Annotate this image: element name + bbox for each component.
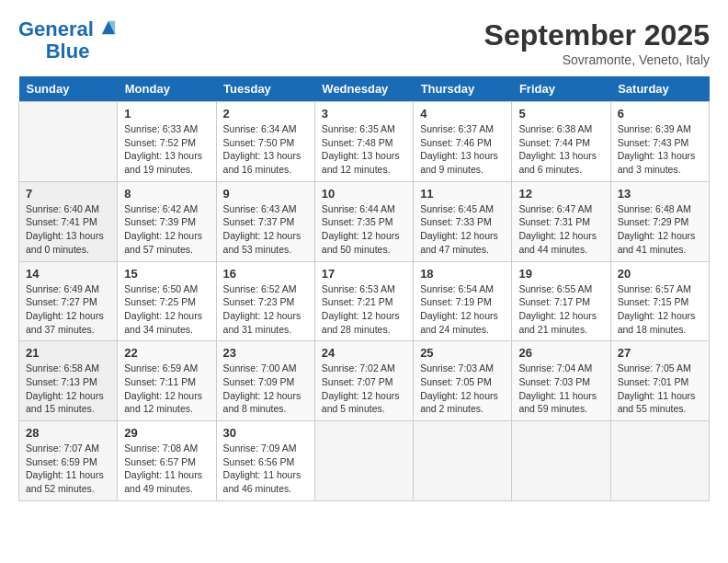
day-info: Sunrise: 6:58 AMSunset: 7:13 PMDaylight:… <box>26 362 110 416</box>
calendar-cell <box>414 421 512 501</box>
page-header: General Blue September 2025 Sovramonte, … <box>18 18 710 67</box>
day-number: 10 <box>322 187 406 201</box>
calendar-cell: 11Sunrise: 6:45 AMSunset: 7:33 PMDayligh… <box>414 181 512 261</box>
col-header-thursday: Thursday <box>414 76 512 102</box>
day-number: 25 <box>420 346 505 360</box>
day-info: Sunrise: 6:39 AMSunset: 7:43 PMDaylight:… <box>618 122 702 177</box>
day-info: Sunrise: 6:43 AMSunset: 7:37 PMDaylight:… <box>223 202 308 257</box>
day-number: 14 <box>26 267 110 281</box>
day-info: Sunrise: 6:45 AMSunset: 7:33 PMDaylight:… <box>420 202 505 257</box>
calendar-cell: 10Sunrise: 6:44 AMSunset: 7:35 PMDayligh… <box>314 181 413 261</box>
col-header-saturday: Saturday <box>610 76 709 102</box>
calendar-cell: 14Sunrise: 6:49 AMSunset: 7:27 PMDayligh… <box>19 261 118 341</box>
day-info: Sunrise: 6:48 AMSunset: 7:29 PMDaylight:… <box>618 202 702 257</box>
day-number: 15 <box>124 267 209 281</box>
calendar-week-row: 7Sunrise: 6:40 AMSunset: 7:41 PMDaylight… <box>19 181 710 261</box>
calendar-cell: 29Sunrise: 7:08 AMSunset: 6:57 PMDayligh… <box>118 421 216 501</box>
day-number: 8 <box>124 187 209 201</box>
day-info: Sunrise: 6:38 AMSunset: 7:44 PMDaylight:… <box>518 122 603 177</box>
calendar-cell: 4Sunrise: 6:37 AMSunset: 7:46 PMDaylight… <box>414 102 512 182</box>
calendar-cell: 3Sunrise: 6:35 AMSunset: 7:48 PMDaylight… <box>314 102 413 182</box>
day-info: Sunrise: 7:02 AMSunset: 7:07 PMDaylight:… <box>322 362 406 416</box>
day-number: 1 <box>124 107 209 121</box>
calendar-cell <box>512 421 610 501</box>
day-number: 16 <box>223 267 308 281</box>
calendar-cell: 7Sunrise: 6:40 AMSunset: 7:41 PMDaylight… <box>19 181 118 261</box>
day-info: Sunrise: 7:04 AMSunset: 7:03 PMDaylight:… <box>518 362 603 416</box>
calendar-cell: 26Sunrise: 7:04 AMSunset: 7:03 PMDayligh… <box>512 341 610 421</box>
day-number: 24 <box>322 346 406 360</box>
day-number: 6 <box>618 107 702 121</box>
day-info: Sunrise: 6:35 AMSunset: 7:48 PMDaylight:… <box>322 122 406 177</box>
day-number: 26 <box>518 346 603 360</box>
calendar-cell: 5Sunrise: 6:38 AMSunset: 7:44 PMDaylight… <box>512 102 610 182</box>
calendar-cell: 1Sunrise: 6:33 AMSunset: 7:52 PMDaylight… <box>118 102 216 182</box>
day-info: Sunrise: 6:34 AMSunset: 7:50 PMDaylight:… <box>223 122 308 177</box>
day-number: 17 <box>322 267 406 281</box>
day-info: Sunrise: 6:33 AMSunset: 7:52 PMDaylight:… <box>124 122 209 177</box>
col-header-sunday: Sunday <box>19 76 118 102</box>
day-info: Sunrise: 7:07 AMSunset: 6:59 PMDaylight:… <box>26 442 110 496</box>
calendar-cell: 6Sunrise: 6:39 AMSunset: 7:43 PMDaylight… <box>610 102 709 182</box>
day-number: 27 <box>618 346 702 360</box>
day-number: 29 <box>124 426 209 440</box>
day-number: 22 <box>124 346 209 360</box>
day-info: Sunrise: 7:05 AMSunset: 7:01 PMDaylight:… <box>618 362 702 416</box>
day-info: Sunrise: 6:42 AMSunset: 7:39 PMDaylight:… <box>124 202 209 257</box>
logo-blue: Blue <box>46 40 90 63</box>
logo: General Blue <box>18 18 117 63</box>
col-header-tuesday: Tuesday <box>216 76 314 102</box>
calendar-week-row: 28Sunrise: 7:07 AMSunset: 6:59 PMDayligh… <box>19 421 710 501</box>
day-number: 19 <box>518 267 603 281</box>
calendar-cell: 8Sunrise: 6:42 AMSunset: 7:39 PMDaylight… <box>118 181 216 261</box>
calendar-cell: 25Sunrise: 7:03 AMSunset: 7:05 PMDayligh… <box>414 341 512 421</box>
calendar-cell: 30Sunrise: 7:09 AMSunset: 6:56 PMDayligh… <box>216 421 314 501</box>
calendar-cell: 19Sunrise: 6:55 AMSunset: 7:17 PMDayligh… <box>512 261 610 341</box>
calendar-cell: 28Sunrise: 7:07 AMSunset: 6:59 PMDayligh… <box>19 421 118 501</box>
calendar-cell: 2Sunrise: 6:34 AMSunset: 7:50 PMDaylight… <box>216 102 314 182</box>
day-info: Sunrise: 6:59 AMSunset: 7:11 PMDaylight:… <box>124 362 209 416</box>
calendar-cell: 15Sunrise: 6:50 AMSunset: 7:25 PMDayligh… <box>118 261 216 341</box>
col-header-wednesday: Wednesday <box>314 76 413 102</box>
day-info: Sunrise: 6:52 AMSunset: 7:23 PMDaylight:… <box>223 282 308 337</box>
calendar-week-row: 14Sunrise: 6:49 AMSunset: 7:27 PMDayligh… <box>19 261 710 341</box>
logo-text: General <box>18 18 117 40</box>
day-info: Sunrise: 7:03 AMSunset: 7:05 PMDaylight:… <box>420 362 505 416</box>
calendar-cell <box>314 421 413 501</box>
day-number: 13 <box>618 187 702 201</box>
day-info: Sunrise: 6:37 AMSunset: 7:46 PMDaylight:… <box>420 122 505 177</box>
day-info: Sunrise: 6:53 AMSunset: 7:21 PMDaylight:… <box>322 282 406 337</box>
day-number: 5 <box>518 107 603 121</box>
calendar-cell: 20Sunrise: 6:57 AMSunset: 7:15 PMDayligh… <box>610 261 709 341</box>
day-info: Sunrise: 7:08 AMSunset: 6:57 PMDaylight:… <box>124 442 209 496</box>
day-info: Sunrise: 6:44 AMSunset: 7:35 PMDaylight:… <box>322 202 406 257</box>
calendar-cell: 24Sunrise: 7:02 AMSunset: 7:07 PMDayligh… <box>314 341 413 421</box>
calendar-cell: 12Sunrise: 6:47 AMSunset: 7:31 PMDayligh… <box>512 181 610 261</box>
day-number: 11 <box>420 187 505 201</box>
day-info: Sunrise: 6:55 AMSunset: 7:17 PMDaylight:… <box>518 282 603 337</box>
day-info: Sunrise: 7:09 AMSunset: 6:56 PMDaylight:… <box>223 442 308 496</box>
day-number: 9 <box>223 187 308 201</box>
day-info: Sunrise: 6:54 AMSunset: 7:19 PMDaylight:… <box>420 282 505 337</box>
day-number: 28 <box>26 426 110 440</box>
calendar-cell: 23Sunrise: 7:00 AMSunset: 7:09 PMDayligh… <box>216 341 314 421</box>
col-header-monday: Monday <box>118 76 216 102</box>
calendar-cell: 22Sunrise: 6:59 AMSunset: 7:11 PMDayligh… <box>118 341 216 421</box>
calendar-cell: 9Sunrise: 6:43 AMSunset: 7:37 PMDaylight… <box>216 181 314 261</box>
day-number: 3 <box>322 107 406 121</box>
calendar-cell: 13Sunrise: 6:48 AMSunset: 7:29 PMDayligh… <box>610 181 709 261</box>
calendar-header-row: SundayMondayTuesdayWednesdayThursdayFrid… <box>19 76 710 102</box>
calendar-cell <box>610 421 709 501</box>
calendar-cell: 16Sunrise: 6:52 AMSunset: 7:23 PMDayligh… <box>216 261 314 341</box>
title-block: September 2025 Sovramonte, Veneto, Italy <box>484 18 710 67</box>
location-subtitle: Sovramonte, Veneto, Italy <box>484 52 710 67</box>
calendar-cell: 18Sunrise: 6:54 AMSunset: 7:19 PMDayligh… <box>414 261 512 341</box>
logo-icon <box>100 19 117 36</box>
calendar-cell: 27Sunrise: 7:05 AMSunset: 7:01 PMDayligh… <box>610 341 709 421</box>
day-number: 23 <box>223 346 308 360</box>
day-number: 20 <box>618 267 702 281</box>
day-number: 21 <box>26 346 110 360</box>
calendar-week-row: 21Sunrise: 6:58 AMSunset: 7:13 PMDayligh… <box>19 341 710 421</box>
day-info: Sunrise: 6:40 AMSunset: 7:41 PMDaylight:… <box>26 202 110 257</box>
col-header-friday: Friday <box>512 76 610 102</box>
